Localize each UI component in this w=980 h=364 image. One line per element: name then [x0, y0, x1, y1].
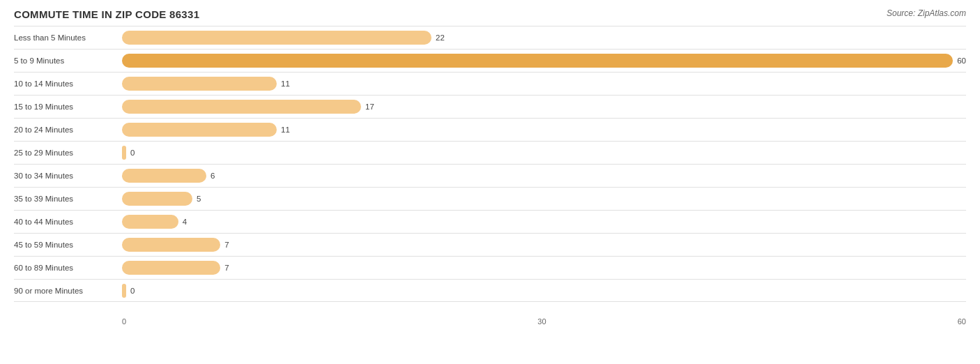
bar-fill [122, 169, 206, 183]
x-axis: 03060 [122, 314, 966, 326]
bar-row: 60 to 89 Minutes7 [14, 256, 966, 279]
bar-fill [122, 192, 192, 206]
bar-label: Less than 5 Minutes [14, 33, 122, 42]
bar-row: 40 to 44 Minutes4 [14, 210, 966, 233]
bar-track: 11 [122, 76, 966, 91]
bar-fill [122, 284, 126, 298]
bar-fill [122, 261, 220, 275]
bar-value: 4 [183, 218, 187, 226]
x-axis-tick: 60 [958, 317, 966, 326]
bar-value: 22 [436, 33, 445, 42]
bar-label: 5 to 9 Minutes [14, 56, 122, 65]
bar-value: 17 [365, 103, 374, 111]
bar-track: 0 [122, 145, 966, 160]
bar-fill [122, 100, 361, 114]
chart-title: COMMUTE TIME IN ZIP CODE 86331 [14, 8, 199, 20]
bar-row: 30 to 34 Minutes6 [14, 164, 966, 187]
bar-row: 45 to 59 Minutes7 [14, 233, 966, 256]
bar-track: 0 [122, 283, 966, 298]
bar-value: 0 [130, 287, 135, 295]
bar-row: 20 to 24 Minutes11 [14, 118, 966, 141]
bar-track: 7 [122, 260, 966, 275]
bar-track: 60 [122, 53, 966, 68]
bar-label: 30 to 34 Minutes [14, 172, 122, 180]
bar-row: Less than 5 Minutes22 [14, 26, 966, 49]
bar-track: 11 [122, 122, 966, 137]
bar-label: 10 to 14 Minutes [14, 79, 122, 88]
bar-rows-container: Less than 5 Minutes225 to 9 Minutes6010 … [14, 26, 966, 302]
bar-value: 11 [281, 126, 290, 134]
bar-track: 5 [122, 191, 966, 206]
bar-track: 6 [122, 168, 966, 183]
bar-fill [122, 123, 277, 137]
bar-value: 7 [224, 264, 229, 272]
bar-label: 60 to 89 Minutes [14, 264, 122, 272]
bar-fill [122, 238, 220, 252]
chart-container: COMMUTE TIME IN ZIP CODE 86331 Source: Z… [0, 0, 980, 364]
chart-source: Source: ZipAtlas.com [887, 8, 966, 18]
bar-row: 5 to 9 Minutes60 [14, 49, 966, 72]
bars-area: Less than 5 Minutes225 to 9 Minutes6010 … [14, 26, 966, 326]
bar-label: 40 to 44 Minutes [14, 218, 122, 226]
bar-value: 5 [197, 195, 201, 203]
chart-header: COMMUTE TIME IN ZIP CODE 86331 Source: Z… [14, 8, 966, 20]
bar-label: 20 to 24 Minutes [14, 126, 122, 134]
bar-row: 10 to 14 Minutes11 [14, 72, 966, 95]
bar-value: 6 [210, 172, 215, 180]
bar-label: 15 to 19 Minutes [14, 103, 122, 111]
bar-track: 22 [122, 30, 966, 45]
bar-row: 90 or more Minutes0 [14, 279, 966, 302]
x-axis-tick: 30 [537, 317, 546, 326]
x-axis-tick: 0 [122, 317, 126, 326]
bar-row: 15 to 19 Minutes17 [14, 95, 966, 118]
bar-value: 60 [957, 56, 966, 65]
bar-label: 90 or more Minutes [14, 287, 122, 295]
bar-value: 7 [224, 241, 229, 249]
bar-row: 25 to 29 Minutes0 [14, 141, 966, 164]
bar-fill [122, 146, 126, 160]
bar-label: 25 to 29 Minutes [14, 149, 122, 157]
bar-label: 35 to 39 Minutes [14, 195, 122, 203]
bar-track: 7 [122, 237, 966, 252]
bar-value: 0 [130, 149, 135, 157]
bar-track: 17 [122, 99, 966, 114]
bar-fill [122, 77, 277, 91]
bar-label: 45 to 59 Minutes [14, 241, 122, 249]
bar-fill [122, 215, 178, 229]
bar-fill [122, 31, 431, 45]
bar-row: 35 to 39 Minutes5 [14, 187, 966, 210]
bar-fill [122, 54, 953, 68]
bar-value: 11 [281, 79, 290, 88]
bar-track: 4 [122, 214, 966, 229]
